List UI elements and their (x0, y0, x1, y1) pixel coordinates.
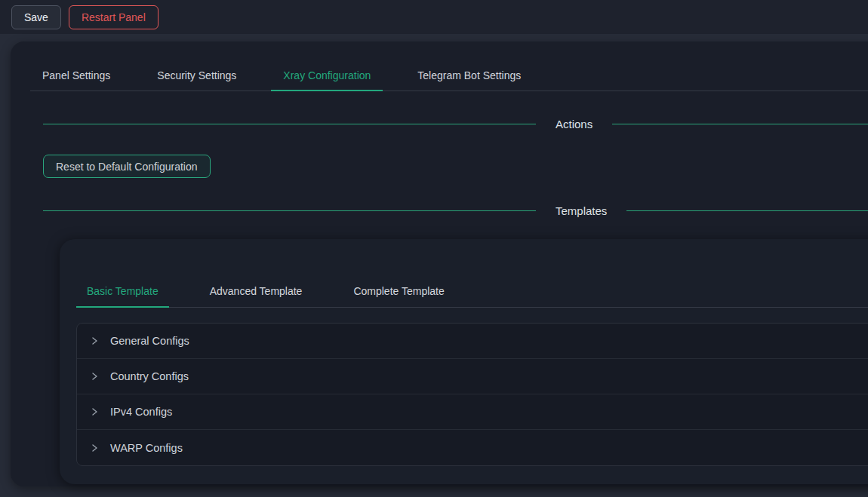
tab-panel-settings[interactable]: Panel Settings (30, 60, 122, 91)
templates-divider: Templates (43, 202, 868, 219)
collapse-warp-configs[interactable]: WARP Configs (77, 430, 868, 465)
chevron-right-icon (90, 443, 99, 453)
collapse-title: WARP Configs (110, 442, 183, 454)
divider-line (626, 210, 868, 211)
top-toolbar: Save Restart Panel (0, 0, 868, 34)
tab-security-settings[interactable]: Security Settings (145, 60, 248, 91)
chevron-right-icon (90, 336, 99, 345)
actions-divider-label: Actions (536, 118, 612, 130)
tab-xray-configuration[interactable]: Xray Configuration (271, 60, 383, 91)
config-collapse-list: General Configs Country Configs (76, 323, 868, 466)
reset-default-configuration-button[interactable]: Reset to Default Configuration (43, 155, 211, 178)
tab-advanced-template[interactable]: Advanced Template (199, 275, 313, 307)
templates-divider-label: Templates (536, 204, 626, 217)
actions-divider: Actions (43, 115, 868, 132)
collapse-title: Country Configs (110, 370, 189, 382)
tab-basic-template[interactable]: Basic Template (76, 275, 169, 307)
restart-panel-button[interactable]: Restart Panel (69, 5, 159, 29)
save-button[interactable]: Save (11, 5, 61, 29)
collapse-title: General Configs (110, 335, 189, 347)
settings-card: Panel Settings Security Settings Xray Co… (11, 41, 868, 486)
collapse-ipv4-configs[interactable]: IPv4 Configs (77, 394, 868, 430)
collapse-country-configs[interactable]: Country Configs (77, 359, 868, 394)
chevron-right-icon (90, 372, 99, 381)
divider-line (43, 124, 536, 124)
divider-line (612, 124, 868, 124)
xray-configuration-content: Actions Reset to Default Configuration T… (11, 115, 868, 484)
tab-complete-template[interactable]: Complete Template (343, 275, 454, 307)
settings-tab-bar: Panel Settings Security Settings Xray Co… (30, 60, 868, 91)
templates-card: Basic Template Advanced Template Complet… (60, 239, 868, 484)
collapse-title: IPv4 Configs (110, 406, 172, 418)
divider-line (43, 210, 536, 211)
collapse-general-configs[interactable]: General Configs (77, 324, 868, 359)
tab-telegram-bot-settings[interactable]: Telegram Bot Settings (405, 60, 533, 91)
chevron-right-icon (90, 407, 99, 416)
template-tab-bar: Basic Template Advanced Template Complet… (76, 275, 868, 308)
